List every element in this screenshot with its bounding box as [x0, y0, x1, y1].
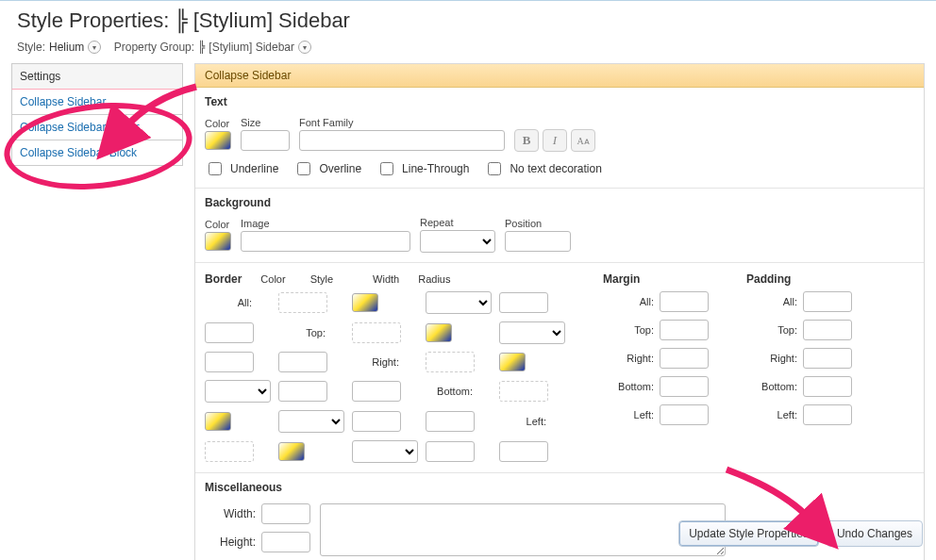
- section-misc-heading: Miscellaneous: [195, 473, 924, 498]
- sidebar-item-collapse-sidebar-block[interactable]: Collapse Sidebar Block: [11, 140, 183, 166]
- border-left-radius[interactable]: [499, 441, 548, 462]
- border-all-radius[interactable]: [205, 322, 254, 343]
- border-left-width[interactable]: [426, 441, 475, 462]
- group-dropdown-icon[interactable]: ▾: [298, 41, 311, 54]
- bg-image-label: Image: [241, 218, 410, 229]
- border-right-color[interactable]: [499, 353, 526, 371]
- border-right-width[interactable]: [278, 381, 327, 402]
- bold-button[interactable]: B: [514, 129, 539, 152]
- padding-bottom-input[interactable]: [803, 376, 852, 397]
- border-right-radius[interactable]: [352, 381, 401, 402]
- section-text-heading: Text: [195, 88, 924, 112]
- linethrough-label: Line-Through: [402, 162, 469, 175]
- border-right-dashed: [426, 352, 475, 372]
- border-left-style[interactable]: [352, 440, 418, 463]
- misc-height-input[interactable]: [261, 532, 310, 552]
- bg-image-input[interactable]: [241, 231, 410, 252]
- padding-top-input[interactable]: [803, 320, 852, 340]
- bg-position-label: Position: [505, 218, 571, 229]
- text-size-label: Size: [241, 117, 290, 128]
- sidebar-item-label: Collapse Sidebar Hover: [20, 121, 140, 134]
- border-bottom-dashed: [499, 381, 548, 402]
- section-padding-heading: Padding: [746, 272, 852, 286]
- sidebar-item-collapse-sidebar[interactable]: Collapse Sidebar: [11, 90, 183, 115]
- title-prefix: Style Properties:: [17, 8, 169, 33]
- update-style-properties-button[interactable]: Update Style Properties: [678, 520, 819, 547]
- border-all-dashed: [278, 292, 327, 313]
- bg-color-swatch[interactable]: [205, 232, 231, 251]
- border-bottom-radius[interactable]: [426, 411, 475, 432]
- border-right-style[interactable]: [205, 380, 271, 403]
- style-value: Helium: [49, 41, 84, 54]
- border-grid: All: Top: Right: Bottom: Left:: [205, 291, 565, 463]
- text-color-label: Color: [205, 118, 231, 129]
- bg-color-label: Color: [205, 219, 231, 230]
- group-value: [Stylium] Sidebar: [209, 41, 294, 54]
- section-border-heading: Border: [205, 272, 242, 286]
- border-bottom-style[interactable]: [278, 410, 344, 433]
- border-col-width: Width: [373, 273, 399, 285]
- undo-changes-button[interactable]: Undo Changes: [827, 520, 923, 547]
- overline-checkbox[interactable]: [297, 162, 310, 175]
- border-top-dashed: [352, 322, 401, 343]
- sidebar-heading: Settings: [11, 63, 183, 90]
- margin-left-input[interactable]: [660, 404, 709, 425]
- overline-label: Overline: [319, 162, 361, 175]
- border-top-width[interactable]: [205, 352, 254, 372]
- no-decoration-checkbox[interactable]: [488, 162, 501, 175]
- sidebar-item-collapse-sidebar-hover[interactable]: Collapse Sidebar Hover: [11, 115, 183, 140]
- page-title: Style Properties: ╠ [Stylium] Sidebar: [17, 8, 919, 33]
- border-left-color[interactable]: [278, 442, 305, 461]
- underline-label: Underline: [230, 162, 278, 175]
- group-glyph-icon: ╠: [198, 41, 205, 54]
- bg-position-input[interactable]: [505, 231, 571, 252]
- bg-repeat-select[interactable]: [420, 230, 495, 253]
- text-size-input[interactable]: [241, 130, 290, 151]
- linethrough-checkbox[interactable]: [380, 162, 393, 175]
- border-bottom-width[interactable]: [352, 411, 401, 432]
- sidebar-glyph-icon: ╠: [175, 9, 187, 33]
- margin-all-input[interactable]: [660, 291, 709, 312]
- misc-width-label: Width:: [205, 507, 256, 520]
- padding-left-input[interactable]: [803, 404, 852, 425]
- sidebar-item-label: Collapse Sidebar Block: [20, 146, 137, 159]
- title-subject: [Stylium] Sidebar: [193, 8, 350, 33]
- section-background-heading: Background: [195, 189, 924, 213]
- border-all-width[interactable]: [499, 292, 548, 313]
- padding-right-input[interactable]: [803, 348, 852, 369]
- section-margin-heading: Margin: [603, 272, 709, 286]
- extra-css-textarea[interactable]: [320, 503, 726, 556]
- sidebar-item-label: Collapse Sidebar: [20, 95, 106, 108]
- breadcrumb: Style: Helium ▾ Property Group: ╠ [Styli…: [0, 37, 936, 63]
- style-dropdown-icon[interactable]: ▾: [88, 41, 101, 54]
- border-col-color: Color: [260, 273, 285, 285]
- bg-repeat-label: Repeat: [420, 217, 495, 228]
- text-font-family-label: Font Family: [299, 117, 505, 128]
- border-top-radius[interactable]: [278, 352, 327, 372]
- margin-top-input[interactable]: [660, 320, 709, 340]
- misc-height-label: Height:: [205, 535, 256, 549]
- misc-width-input[interactable]: [261, 503, 310, 524]
- border-col-style: Style: [310, 273, 333, 285]
- text-font-family-input[interactable]: [299, 130, 505, 151]
- italic-button[interactable]: I: [543, 129, 567, 152]
- border-top-color[interactable]: [426, 323, 452, 342]
- border-col-radius: Radius: [418, 273, 450, 285]
- group-label: Property Group:: [114, 41, 194, 54]
- margin-bottom-input[interactable]: [660, 376, 709, 397]
- underline-checkbox[interactable]: [209, 162, 222, 175]
- text-transform-button[interactable]: Aᴀ: [571, 129, 595, 152]
- panel-title: Collapse Sidebar: [195, 64, 924, 88]
- text-color-swatch[interactable]: [205, 131, 231, 150]
- margin-right-input[interactable]: [660, 348, 709, 369]
- no-decoration-label: No text decoration: [510, 162, 601, 175]
- border-bottom-color[interactable]: [205, 412, 231, 431]
- padding-all-input[interactable]: [803, 291, 852, 312]
- border-top-style[interactable]: [499, 321, 565, 344]
- border-all-style[interactable]: [426, 291, 492, 314]
- style-label: Style:: [17, 41, 45, 54]
- border-all-color[interactable]: [352, 293, 378, 312]
- border-left-dashed: [205, 441, 254, 462]
